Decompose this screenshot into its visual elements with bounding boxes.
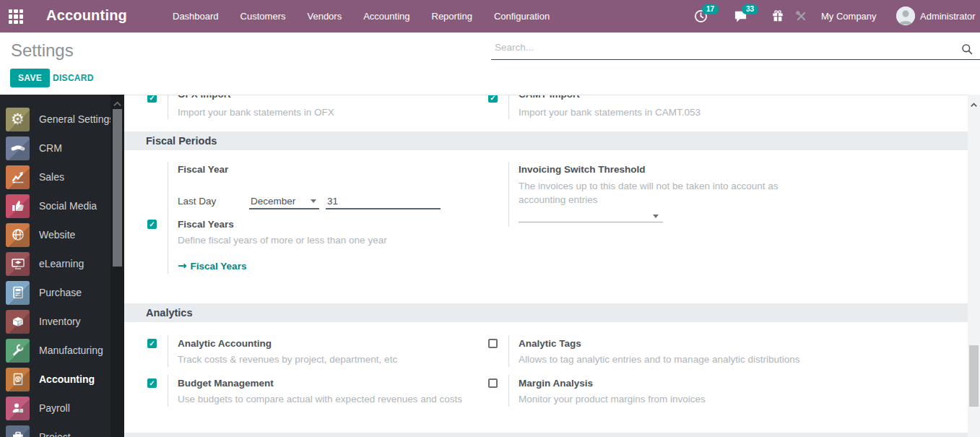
ofx-import-title: OFX Import	[178, 95, 231, 100]
section-title: Fiscal Periods	[146, 135, 217, 147]
payroll-icon	[6, 397, 30, 420]
divider	[508, 95, 509, 119]
user-name[interactable]: Administrator	[920, 11, 976, 22]
inventory-box-icon	[6, 310, 30, 334]
scroll-up-icon[interactable]	[971, 98, 977, 111]
analytic-tags-checkbox[interactable]	[488, 339, 498, 348]
scroll-up-icon[interactable]	[113, 97, 121, 110]
margin-analysis-checkbox[interactable]	[488, 378, 498, 388]
search-icon[interactable]	[961, 43, 973, 58]
menu-configuration[interactable]: Configuration	[490, 8, 554, 25]
divider	[508, 375, 509, 407]
section-analytics: Analytics	[124, 303, 968, 322]
margin-analysis-title: Margin Analysis	[519, 378, 593, 389]
sidebar-item-accounting[interactable]: $ Accounting	[0, 365, 124, 394]
purchase-icon	[6, 281, 30, 305]
menu-dashboard[interactable]: Dashboard	[168, 8, 223, 25]
apps-sidebar: ⚙ General Settings CRM Sales Social Med	[0, 95, 124, 437]
sidebar-item-inventory[interactable]: Inventory	[0, 307, 124, 336]
sidebar-item-label: Purchase	[39, 287, 82, 298]
nav-menu: Dashboard Customers Vendors Accounting R…	[168, 0, 554, 33]
divider	[168, 95, 168, 119]
threshold-desc: The invoices up to this date will not be…	[519, 179, 782, 207]
sidebar-scrollbar[interactable]	[110, 95, 124, 437]
threshold-title: Invoicing Switch Threshold	[519, 164, 646, 175]
content-scrollbar-thumb[interactable]	[969, 345, 979, 407]
sales-chart-icon	[6, 165, 30, 189]
messages-icon[interactable]: 33	[734, 9, 747, 26]
sidebar-item-label: Inventory	[39, 316, 81, 327]
budget-management-checkbox[interactable]: ✓	[147, 378, 157, 388]
divider	[508, 162, 509, 227]
discard-button[interactable]: DISCARD	[53, 73, 94, 83]
svg-text:$: $	[16, 376, 19, 383]
camt-import-checkbox[interactable]: ✓	[488, 95, 498, 103]
menu-customers[interactable]: Customers	[236, 8, 290, 25]
section-title: Analytics	[146, 307, 192, 319]
company-switcher[interactable]: My Company	[821, 11, 877, 22]
fiscal-years-desc: Define fiscal years of more or less than…	[178, 233, 387, 247]
sidebar-item-manufacturing[interactable]: Manufacturing	[0, 336, 124, 365]
sidebar-item-general-settings[interactable]: ⚙ General Settings	[0, 105, 124, 134]
budget-management-title: Budget Management	[178, 378, 274, 389]
section-fiscal-periods: Fiscal Periods	[124, 131, 968, 150]
sidebar-item-elearning[interactable]: eLearning	[0, 249, 124, 278]
sidebar-item-sales[interactable]: Sales	[0, 163, 124, 191]
fiscal-year-title: Fiscal Year	[178, 164, 228, 175]
fiscal-month-value: December	[251, 196, 295, 207]
sidebar-item-social-media[interactable]: Social Media	[0, 191, 124, 220]
content-scrollbar[interactable]	[968, 95, 980, 437]
analytic-tags-title: Analytic Tags	[519, 338, 581, 349]
tools-icon[interactable]	[795, 10, 807, 25]
sidebar-item-project[interactable]: Project	[0, 423, 124, 437]
camt-import-desc: Import your bank statements in CAMT.053	[519, 105, 701, 119]
divider	[508, 335, 509, 367]
fiscal-month-select[interactable]: December	[249, 194, 319, 209]
camt-import-title: CAMT Import	[519, 95, 580, 100]
ofx-import-checkbox[interactable]: ✓	[147, 95, 157, 103]
search-input[interactable]	[495, 42, 942, 53]
save-button[interactable]: SAVE	[10, 69, 50, 87]
fiscal-years-title: Fiscal Years	[178, 219, 234, 230]
analytic-accounting-desc: Track costs & revenues by project, depar…	[178, 352, 397, 366]
top-navbar: Accounting Dashboard Customers Vendors A…	[0, 0, 980, 33]
sidebar-item-label: Website	[39, 229, 75, 241]
chevron-down-icon	[311, 199, 316, 203]
accounting-settings-page: Accounting Dashboard Customers Vendors A…	[0, 0, 980, 437]
activities-icon[interactable]: 17	[694, 9, 708, 26]
search-bar	[491, 40, 980, 60]
crm-handshake-icon	[6, 137, 30, 160]
app-title[interactable]: Accounting	[46, 7, 127, 24]
sidebar-item-crm[interactable]: CRM	[0, 134, 124, 163]
ofx-import-desc: Import your bank statements in OFX	[178, 105, 334, 119]
menu-vendors[interactable]: Vendors	[303, 8, 346, 25]
analytic-accounting-checkbox[interactable]: ✓	[147, 339, 157, 348]
wrench-icon	[6, 339, 30, 363]
project-icon	[6, 425, 30, 437]
menu-reporting[interactable]: Reporting	[428, 8, 477, 25]
margin-analysis-desc: Monitor your product margins from invoic…	[519, 392, 706, 406]
sidebar-item-label: Manufacturing	[39, 345, 103, 356]
sidebar-item-website[interactable]: Website	[0, 220, 124, 249]
apps-menu-icon[interactable]	[9, 9, 23, 24]
divider	[168, 375, 168, 407]
sidebar-scrollbar-thumb[interactable]	[113, 109, 122, 267]
fiscal-years-checkbox[interactable]: ✓	[147, 220, 157, 229]
gift-icon[interactable]	[771, 9, 784, 25]
user-avatar[interactable]	[896, 7, 915, 25]
sidebar-item-payroll[interactable]: Payroll	[0, 394, 124, 423]
fiscal-day-input[interactable]	[326, 194, 441, 208]
thumbs-up-icon	[6, 194, 30, 218]
elearning-icon	[6, 252, 30, 276]
page-title: Settings	[11, 40, 74, 61]
sidebar-item-purchase[interactable]: Purchase	[0, 278, 124, 307]
menu-accounting[interactable]: Accounting	[359, 8, 414, 25]
sidebar-item-label: Payroll	[39, 402, 70, 414]
settings-header: Settings SAVE DISCARD	[0, 33, 980, 95]
fiscal-day-field	[326, 194, 441, 209]
fiscal-years-link[interactable]: →Fiscal Years	[178, 259, 246, 272]
sidebar-item-label: General Settings	[39, 113, 114, 125]
sidebar-item-label: CRM	[39, 142, 62, 154]
threshold-date-select[interactable]	[519, 209, 663, 222]
sidebar-item-label: Project	[39, 431, 71, 437]
